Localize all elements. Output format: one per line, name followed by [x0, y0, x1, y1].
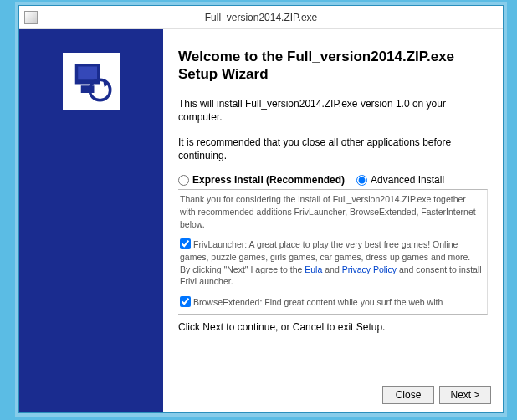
- friv-label: FrivLauncher:: [193, 239, 247, 249]
- advanced-radio[interactable]: [356, 175, 367, 186]
- setup-window: Full_version2014.ZIP.exe Welcome to the …: [18, 5, 504, 413]
- installer-logo: [63, 53, 120, 110]
- eula-link[interactable]: Eula: [305, 264, 322, 274]
- and-text: and: [322, 264, 341, 274]
- titlebar: Full_version2014.ZIP.exe: [19, 6, 503, 29]
- main-panel: Welcome to the Full_version2014.ZIP.exe …: [163, 29, 503, 412]
- next-button[interactable]: Next >: [439, 386, 491, 404]
- express-label: Express Install (Recommended): [192, 174, 345, 186]
- button-row: Close Next >: [382, 386, 491, 404]
- close-button[interactable]: Close: [382, 386, 434, 404]
- advanced-label: Advanced Install: [371, 174, 444, 186]
- browseextended-checkbox[interactable]: [180, 296, 191, 307]
- browseextended-offer: BrowseExtended: Find great content while…: [180, 296, 482, 309]
- offers-scroll-area[interactable]: Thank you for considering the install of…: [178, 189, 488, 315]
- window-title: Full_version2014.ZIP.exe: [205, 12, 318, 23]
- footer-instruction: Click Next to continue, or Cancel to exi…: [178, 321, 488, 333]
- browse-label: BrowseExtended:: [193, 297, 262, 307]
- intro-text: This will install Full_version2014.ZIP.e…: [178, 97, 488, 124]
- svg-rect-1: [78, 67, 97, 80]
- recommend-text: It is recommended that you close all oth…: [178, 136, 488, 162]
- svg-rect-2: [81, 85, 95, 93]
- privacy-link[interactable]: Privacy Policy: [342, 264, 397, 274]
- express-install-option[interactable]: Express Install (Recommended): [178, 174, 345, 186]
- wizard-heading: Welcome to the Full_version2014.ZIP.exe …: [178, 48, 488, 84]
- computer-disc-icon: [68, 58, 115, 105]
- install-type-radios: Express Install (Recommended) Advanced I…: [178, 174, 488, 186]
- thanks-text: Thank you for considering the install of…: [180, 193, 482, 230]
- browse-text: Find great content while you surf the we…: [262, 297, 443, 307]
- advanced-install-option[interactable]: Advanced Install: [356, 174, 444, 186]
- sidebar: [19, 29, 163, 412]
- frivlauncher-checkbox[interactable]: [180, 238, 191, 249]
- content-area: Welcome to the Full_version2014.ZIP.exe …: [19, 29, 503, 412]
- express-radio[interactable]: [178, 175, 189, 186]
- frivlauncher-offer: FrivLauncher: A great place to play the …: [180, 238, 482, 288]
- app-icon: [24, 11, 38, 24]
